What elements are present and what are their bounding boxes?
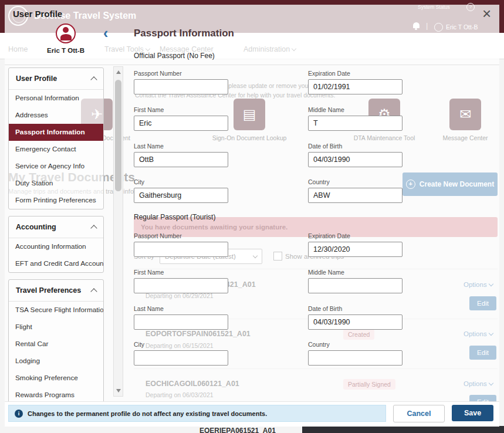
field-label: Passport Number <box>134 232 228 239</box>
page-footer-bar <box>302 426 504 433</box>
field-label: Country <box>308 341 402 348</box>
info-icon: i <box>15 410 23 418</box>
header-rule <box>5 65 499 65</box>
modal-header-backdrop <box>5 5 499 65</box>
field-label: Date of Birth <box>308 305 402 312</box>
official-city-field: City <box>134 178 228 203</box>
regular-date-of-birth-input[interactable] <box>308 314 402 330</box>
field-label: Last Name <box>134 305 228 312</box>
official-country-input[interactable] <box>308 188 402 203</box>
sidebar-item-service-or-agency-info[interactable]: Service or Agency Info <box>9 158 103 175</box>
chevron-up-icon <box>90 288 97 295</box>
regular-passport-number-input[interactable] <box>134 242 228 257</box>
sidebar-group-user-profile: User Profile Personal Information Addres… <box>8 67 104 209</box>
regular-passport-section-title: Regular Passport (Tourist) <box>134 213 215 221</box>
sidebar-item-duty-station[interactable]: Duty Station <box>9 175 103 192</box>
official-first-name-input[interactable] <box>134 116 228 131</box>
official-middle-name-input[interactable] <box>308 116 402 131</box>
sidebar-item-rental-car[interactable]: Rental Car <box>9 336 103 353</box>
official-middle-name-field: Middle Name <box>308 106 402 131</box>
regular-passport-number-field: Passport Number <box>134 232 228 257</box>
back-chevron-icon[interactable]: ‹ <box>103 25 108 42</box>
section-heading: Passport Information <box>134 28 234 39</box>
field-label: City <box>134 178 228 185</box>
official-passport-number-field: Passport Number <box>134 70 228 94</box>
regular-first-name-field: First Name <box>134 269 228 293</box>
chevron-up-icon <box>90 225 97 231</box>
official-first-name-field: First Name <box>134 106 228 131</box>
modal-title: User Profile <box>13 9 62 19</box>
sidebar-item-lodging[interactable]: Lodging <box>9 353 103 370</box>
field-label: First Name <box>134 106 228 113</box>
field-label: First Name <box>134 269 228 276</box>
sidebar-item-eft-and-credit-card-accounts[interactable]: EFT and Credit Card Accounts <box>9 255 103 272</box>
sidebar-item-smoking-preference[interactable]: Smoking Preference <box>9 370 103 387</box>
official-last-name-input[interactable] <box>134 152 228 167</box>
field-label: Passport Number <box>134 70 228 77</box>
regular-last-name-field: Last Name <box>134 305 228 330</box>
sidebar-item-personal-information[interactable]: Personal Information <box>9 90 103 107</box>
official-date-of-birth-input[interactable] <box>308 152 402 167</box>
official-expiration-date-field: Expiration Date <box>308 70 402 94</box>
sidebar-item-emergency-contact[interactable]: Emergency Contact <box>9 141 103 158</box>
regular-city-input[interactable] <box>134 350 228 366</box>
field-label: Middle Name <box>308 269 402 276</box>
sidebar-item-tsa-secure-flight-information[interactable]: TSA Secure Flight Information <box>9 302 103 319</box>
sidebar-group-travel-preferences: Travel Preferences TSA Secure Flight Inf… <box>8 279 104 404</box>
official-date-of-birth-field: Date of Birth <box>308 143 402 167</box>
sidebar-group-accounting: Accounting Accounting Information EFT an… <box>8 216 104 273</box>
chevron-up-icon <box>90 76 97 83</box>
official-city-input[interactable] <box>134 188 228 203</box>
official-expiration-date-input[interactable] <box>308 79 402 94</box>
sidebar-item-flight[interactable]: Flight <box>9 319 103 336</box>
scroll-down-arrow-icon[interactable] <box>116 389 121 393</box>
sidebar-group-header-user-profile[interactable]: User Profile <box>9 68 103 90</box>
save-button[interactable]: Save <box>452 405 493 421</box>
scrollbar-thumb[interactable] <box>115 80 121 191</box>
sidebar-item-passport-information[interactable]: Passport Information <box>9 124 103 141</box>
sidebar-item-addresses[interactable]: Addresses <box>9 107 103 124</box>
sidebar-scrollbar[interactable] <box>113 66 123 397</box>
field-label: Expiration Date <box>308 70 402 77</box>
cancel-button[interactable]: Cancel <box>393 405 445 422</box>
notice-text: Changes to the permanent profile do not … <box>28 410 267 417</box>
document-name: EOERIEPA061521_A01 <box>199 427 276 433</box>
official-passport-section-title: Official Passport (No Fee) <box>134 52 215 60</box>
official-passport-number-input[interactable] <box>134 79 228 94</box>
profile-user-name: Eric T Ott-B <box>29 47 102 54</box>
regular-first-name-input[interactable] <box>134 278 228 293</box>
scroll-up-arrow-icon[interactable] <box>116 70 121 74</box>
official-last-name-field: Last Name <box>134 143 228 167</box>
regular-expiration-date-input[interactable] <box>308 242 402 257</box>
close-icon[interactable]: × <box>482 6 491 21</box>
field-label: Last Name <box>134 143 228 150</box>
sidebar-item-accounting-information[interactable]: Accounting Information <box>9 238 103 255</box>
regular-middle-name-input[interactable] <box>308 278 402 293</box>
field-label: City <box>134 341 228 348</box>
regular-date-of-birth-field: Date of Birth <box>308 305 402 330</box>
regular-expiration-date-field: Expiration Date <box>308 232 402 257</box>
field-label: Middle Name <box>308 106 402 113</box>
profile-avatar <box>56 23 76 43</box>
sidebar-group-header-travel-preferences[interactable]: Travel Preferences <box>9 280 103 302</box>
screen: Defense Travel System System Status ? | … <box>0 0 504 433</box>
regular-middle-name-field: Middle Name <box>308 269 402 293</box>
notice-banner: i Changes to the permanent profile do no… <box>8 405 386 422</box>
sidebar-group-header-accounting[interactable]: Accounting <box>9 216 103 238</box>
regular-country-field: Country <box>308 341 402 366</box>
sidebar-item-form-printing-preferences[interactable]: Form Printing Preferences <box>9 192 103 209</box>
regular-city-field: City <box>134 341 228 366</box>
regular-country-input[interactable] <box>308 350 402 366</box>
regular-last-name-input[interactable] <box>134 314 228 330</box>
field-label: Expiration Date <box>308 232 402 239</box>
official-country-field: Country <box>308 178 402 203</box>
field-label: Date of Birth <box>308 143 402 150</box>
field-label: Country <box>308 178 402 185</box>
